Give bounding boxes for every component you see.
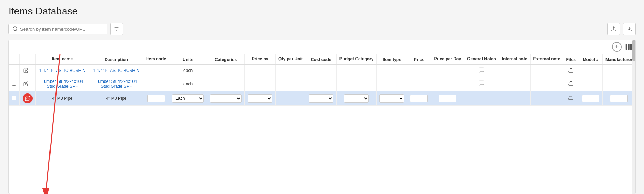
row3-item-type[interactable] [377,91,407,105]
row1-files[interactable] [563,65,579,77]
pencil-icon [23,81,28,86]
row3-manufacturer[interactable] [602,91,635,105]
row1-categories [207,65,245,77]
row2-files[interactable] [563,77,579,91]
row3-general-notes [464,91,499,105]
row3-item-code-input[interactable] [147,95,165,102]
th-item-code: Item code [143,54,169,65]
row1-cost-code [306,65,336,77]
row3-price-per-day-input[interactable] [439,95,456,102]
row1-price [407,65,431,77]
row2-item-code [143,77,169,91]
th-cost-code: Cost code [306,54,336,65]
row3-model[interactable] [579,91,602,105]
row3-price-by-select[interactable] [248,94,272,103]
row3-units-select[interactable]: Each each LF SF [172,94,204,103]
scrollbar-track [632,40,635,194]
columns-toggle-button[interactable] [625,43,632,51]
upload-file-icon[interactable] [568,95,574,101]
export-button[interactable] [607,23,620,35]
row1-item-code [143,65,169,77]
row3-price-by[interactable] [245,91,276,105]
row3-edit-button[interactable] [23,93,33,103]
row3-manufacturer-input[interactable] [610,95,628,102]
row2-model [579,77,602,91]
row2-edit-button[interactable] [23,81,29,87]
table-row: Lumber Stud/2x4x104 Stud Grade SPF Lumbe… [9,77,635,91]
row1-price-per-day [431,65,464,77]
row3-cost-code-select[interactable] [309,94,333,103]
filter-button[interactable] [110,23,123,35]
row3-categories[interactable] [207,91,245,105]
row2-budget-category [336,77,377,91]
th-general-notes: General Notes [464,54,499,65]
search-container [8,24,107,34]
row1-manufacturer [602,65,635,77]
row1-internal-note [499,65,530,77]
row3-units[interactable]: Each each LF SF [169,91,207,105]
row2-price [407,77,431,91]
row2-categories [207,77,245,91]
row3-cost-code[interactable] [306,91,336,105]
row1-qty-per-unit [276,65,306,77]
th-files: Files [563,54,579,65]
row2-edit-cell [19,77,35,91]
svg-point-0 [13,27,17,31]
row1-edit-cell [19,65,35,77]
row3-checkbox[interactable] [12,96,16,100]
row3-model-input[interactable] [582,95,599,102]
row2-cost-code [306,77,336,91]
row3-qty-per-unit [276,91,306,105]
row2-external-note [530,77,563,91]
row1-model [579,65,602,77]
toolbar-right [607,23,636,35]
row3-categories-select[interactable] [210,94,242,103]
search-input[interactable] [20,26,104,32]
scrollbar-thumb[interactable] [632,40,635,61]
row1-general-notes [464,65,499,77]
upload-file-icon[interactable] [568,67,574,73]
upload-file-icon[interactable] [568,80,574,86]
th-item-type: Item type [377,54,407,65]
row3-item-code[interactable] [143,91,169,105]
row1-edit-button[interactable] [23,67,29,74]
row1-checkbox[interactable] [12,68,16,72]
row3-item-type-select[interactable] [379,94,404,103]
row2-manufacturer [602,77,635,91]
th-price-per-day: Price per Day [431,54,464,65]
message-icon [478,67,485,73]
row3-files[interactable] [563,91,579,105]
row3-price-input[interactable] [410,95,428,102]
th-price: Price [407,54,431,65]
page-container: Items Database [0,0,644,194]
row2-internal-note [499,77,530,91]
th-categories: Categories [207,54,245,65]
row1-item-name[interactable]: 1-1/4' PLASTIC BUSHIN [35,65,89,77]
row3-item-name: 4" MJ Pipe [35,91,89,105]
svg-line-1 [16,30,17,31]
row2-price-per-day [431,77,464,91]
th-item-name: Item name [35,54,89,65]
row3-edit-cell [19,91,35,105]
row2-checkbox[interactable] [12,81,16,86]
pencil-icon [25,96,30,101]
row2-general-notes [464,77,499,91]
page-title: Items Database [8,6,636,17]
pencil-icon [23,68,28,73]
row3-price-per-day[interactable] [431,91,464,105]
row2-item-name[interactable]: Lumber Stud/2x4x104 Stud Grade SPF [35,77,89,91]
row1-budget-category [336,65,377,77]
th-edit [19,54,35,65]
row3-internal-note [499,91,530,105]
upload-icon [611,26,616,32]
row3-price[interactable] [407,91,431,105]
table-toolbar: + [9,40,635,54]
download-button[interactable] [623,23,636,35]
row2-qty-per-unit [276,77,306,91]
svg-rect-8 [628,44,630,50]
add-item-button[interactable]: + [612,42,622,52]
columns-icon [625,43,632,51]
row3-budget-category[interactable] [336,91,377,105]
row3-budget-category-select[interactable] [344,94,369,103]
row1-units: each [169,65,207,77]
